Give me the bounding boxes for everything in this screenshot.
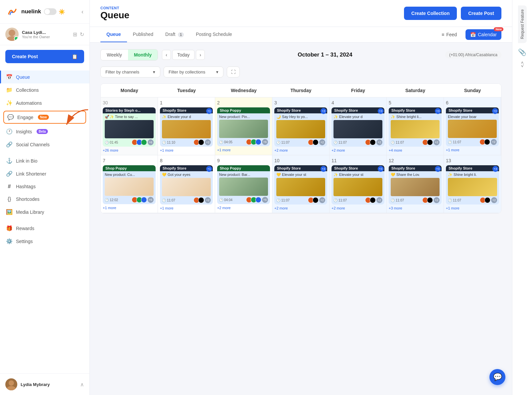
more-posts-link[interactable]: +1 more: [217, 148, 270, 152]
user-actions[interactable]: ⊞ ↻: [73, 31, 84, 38]
more-posts-link[interactable]: +4 more: [389, 148, 442, 152]
next-month-button[interactable]: ›: [196, 50, 205, 60]
sidebar-item-rewards[interactable]: 🎁 Rewards: [0, 222, 89, 235]
post-card[interactable]: Shopify Store Elevate your boar 🕐11:07 +…: [446, 107, 499, 146]
post-card[interactable]: Shopify Store ✨ Elevate your d 🕐11:07 +2: [332, 107, 384, 147]
post-card[interactable]: Shop Poppy New product: Pin... 🕐04:05 +6: [217, 107, 270, 146]
cal-day-oct12[interactable]: 12 Shopify Store 💛 Share the Lov. 🕐11:07…: [387, 155, 444, 213]
sidebar-item-automations[interactable]: ✨ Automations: [0, 96, 89, 109]
sidebar-item-shortcodes[interactable]: {} Shortcodes: [0, 193, 89, 205]
monthly-button[interactable]: Monthly: [128, 50, 158, 60]
cal-day-oct9[interactable]: 9 Shop Poppy New product: Bar... 🕐04:04: [215, 155, 272, 213]
filter-collections-select[interactable]: Filter by collections ▾: [164, 66, 223, 77]
more-posts-link[interactable]: +3 more: [389, 206, 442, 210]
post-card[interactable]: Shopify Store ✨ Elevate your st 🕐11:07 +…: [332, 165, 384, 204]
sidebar-item-link-shortener[interactable]: 🔗 Link Shortener: [0, 167, 89, 180]
main-content: CONTENT Queue Create Collection Create P…: [90, 0, 512, 395]
post-card[interactable]: Shopify Store ✨ Shine bright li... 🕐11:0…: [389, 107, 442, 147]
post-card[interactable]: Stories by Steph o... 🚀✨ Time to say ...…: [103, 107, 156, 147]
grid-icon: ⊞: [73, 31, 77, 38]
period-toggle: Weekly Monthly: [100, 49, 158, 61]
feed-view-button[interactable]: ≡ Feed: [437, 29, 462, 40]
avatar-count-badge: +2: [376, 197, 382, 203]
day-number: 12: [389, 158, 442, 163]
more-posts-link[interactable]: +26 more: [103, 148, 156, 152]
cal-day-oct10[interactable]: 10 Shopify Store 💛 Elevate your st 🕐11:0…: [272, 155, 330, 213]
post-card-header: Shop Poppy: [103, 165, 156, 171]
cal-day-oct3[interactable]: 3 Shopify Store 🌙 Say Hey to yo... 🕐11:0…: [272, 97, 330, 155]
cal-day-oct7[interactable]: 7 Shop Poppy New product: Cu... 🕐12:02: [101, 155, 158, 213]
svg-point-1: [9, 30, 15, 36]
expand-button[interactable]: ⛶: [227, 66, 240, 77]
tab-queue[interactable]: Queue: [100, 27, 127, 42]
sidebar-item-insights[interactable]: 🕐 Insights Beta: [0, 125, 89, 138]
more-posts-link[interactable]: +2 more: [332, 148, 384, 152]
sidebar-item-link-in-bio[interactable]: ⚓ Link in Bio: [0, 154, 89, 167]
post-card[interactable]: Shopify Store 💛 Got your eyes 🕐11:07 +2: [160, 165, 213, 204]
weekly-button[interactable]: Weekly: [101, 50, 128, 60]
sidebar-item-media-library[interactable]: 🖼️ Media Library: [0, 205, 89, 218]
avatar-count-badge: +2: [205, 139, 211, 145]
day-number: 4: [332, 100, 384, 105]
post-card[interactable]: Shopify Store ✨ Shine bright li. 🕐11:07 …: [446, 165, 499, 204]
cal-day-oct2[interactable]: 2 Shop Poppy New product: Pin... 🕐04:05: [215, 97, 272, 155]
more-posts-link[interactable]: +2 more: [332, 206, 384, 210]
sidebar-item-settings[interactable]: ⚙️ Settings: [0, 235, 89, 248]
sidebar-item-rewards-label: Rewards: [16, 226, 34, 231]
sidebar-item-collections[interactable]: 📁 Collections: [0, 83, 89, 96]
avatar-count-badge: +2: [434, 197, 440, 203]
cal-day-oct13[interactable]: 13 Shopify Store ✨ Shine bright li. 🕐11:…: [444, 155, 501, 213]
request-feature-button[interactable]: Request Feature: [518, 5, 527, 43]
tabs-right: ≡ Feed 📅 Calendar New: [437, 29, 501, 40]
more-posts-link[interactable]: +2 more: [274, 206, 327, 210]
chat-icon: 💬: [493, 373, 502, 381]
create-post-sidebar-button[interactable]: Create Post 📋: [5, 50, 84, 63]
post-card[interactable]: Shopify Store 💛 Share the Lov. 🕐11:07 +2: [389, 165, 442, 204]
post-card[interactable]: Shopify Store ✨ Elevate your d 🕐11:10 +2: [160, 107, 213, 147]
sidebar-item-social-channels-label: Social Channels: [16, 142, 50, 147]
overlap-badge: +3: [435, 108, 441, 114]
cal-day-oct11[interactable]: 11 Shopify Store ✨ Elevate your st 🕐11:0…: [330, 155, 387, 213]
more-posts-link[interactable]: +1 more: [103, 206, 156, 210]
avatar-2: [427, 197, 433, 203]
theme-toggle[interactable]: ☀️: [44, 8, 65, 15]
prev-month-button[interactable]: ‹: [162, 50, 171, 60]
more-posts-link[interactable]: +1 more: [446, 206, 499, 210]
post-card-body: New product: Cu... 🕐12:02 +6: [103, 171, 156, 204]
collapse-sidebar-button[interactable]: ‹: [81, 8, 83, 15]
sidebar-item-media-library-label: Media Library: [16, 209, 44, 215]
tab-published[interactable]: Published: [127, 27, 160, 42]
post-card[interactable]: Shopify Store 🌙 Say Hey to yo... 🕐11:07 …: [274, 107, 327, 147]
sidebar-item-queue[interactable]: 📅 Queue: [0, 70, 89, 83]
post-card[interactable]: Shop Poppy New product: Bar... 🕐04:04 +6: [217, 165, 270, 204]
cal-day-oct1[interactable]: 1 Shopify Store ✨ Elevate your d 🕐11:10 …: [158, 97, 215, 155]
cal-day-oct6[interactable]: 6 Shopify Store Elevate your boar 🕐11:07…: [444, 97, 501, 155]
more-posts-link[interactable]: +1 more: [160, 148, 213, 152]
calendar-view-button[interactable]: 📅 Calendar New: [466, 29, 501, 40]
link-in-bio-icon: ⚓: [6, 158, 13, 164]
tab-posting-schedule[interactable]: Posting Schedule: [190, 27, 238, 42]
cal-day-oct5[interactable]: 5 Shopify Store ✨ Shine bright li... 🕐11…: [387, 97, 444, 155]
cal-day-sep30[interactable]: 30 Stories by Steph o... 🚀✨ Time to say …: [101, 97, 158, 155]
sidebar-footer[interactable]: Lydia Mybrary ∧: [0, 373, 89, 395]
more-posts-link[interactable]: +1 more: [160, 206, 213, 210]
tab-draft[interactable]: Draft 1: [159, 27, 190, 42]
filter-channels-select[interactable]: Filter by channels ▾: [100, 66, 160, 77]
create-post-header-button[interactable]: Create Post: [461, 7, 501, 20]
post-card[interactable]: Shop Poppy New product: Cu... 🕐12:02 +6: [103, 165, 156, 204]
hashtags-icon: #: [6, 184, 13, 190]
today-button[interactable]: Today: [172, 50, 195, 60]
sidebar-item-engage[interactable]: 💬 Engage New: [3, 111, 86, 124]
overlap-badge: +3: [492, 108, 498, 114]
sidebar-item-hashtags[interactable]: # Hashtags: [0, 180, 89, 193]
more-posts-link[interactable]: +1 more: [446, 148, 499, 152]
create-collection-button[interactable]: Create Collection: [404, 7, 457, 20]
more-posts-link[interactable]: +2 more: [217, 206, 270, 210]
cal-day-oct4[interactable]: 4 Shopify Store ✨ Elevate your d 🕐11:07 …: [330, 97, 387, 155]
sidebar-item-social-channels[interactable]: 🔗 Social Channels: [0, 138, 89, 151]
chat-button[interactable]: 💬: [489, 369, 505, 385]
post-card[interactable]: Shopify Store 💛 Elevate your st 🕐11:07 +…: [274, 165, 327, 204]
more-posts-link[interactable]: +2 more: [274, 148, 327, 152]
cal-day-oct8[interactable]: 8 Shopify Store 💛 Got your eyes 🕐11:07 +…: [158, 155, 215, 213]
post-card-title: ✨ Elevate your st: [333, 173, 382, 177]
